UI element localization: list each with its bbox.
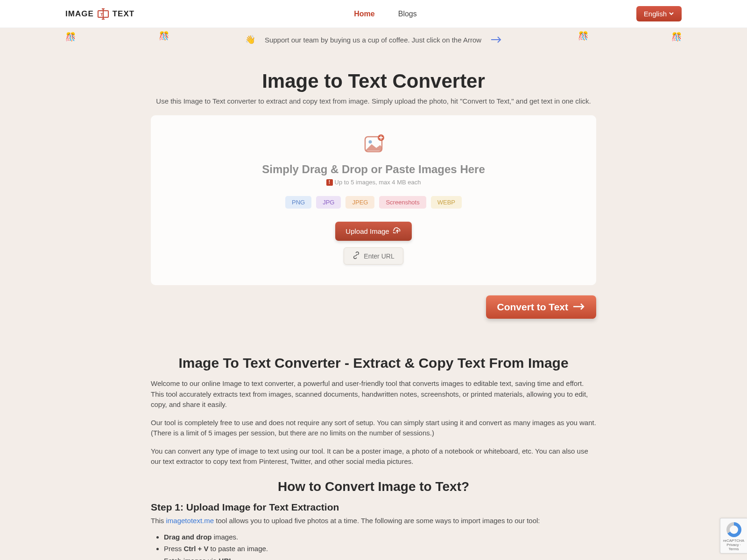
recaptcha-badge: reCAPTCHA Privacy · Terms [720, 518, 747, 553]
dropzone[interactable]: Simply Drag & Drop or Paste Images Here … [151, 115, 596, 285]
imagetotext-link[interactable]: imagetotext.me [166, 517, 214, 525]
step-1-prefix: This [151, 517, 166, 525]
enter-url-button[interactable]: Enter URL [344, 247, 403, 265]
step-1-suffix: tool allows you to upload five photos at… [214, 517, 540, 525]
limit-text: Up to 5 images, max 4 MB each [335, 179, 421, 186]
upload-label: Upload Image [345, 227, 389, 235]
page-title: Image to Text Converter [142, 70, 605, 92]
chip-jpg: JPG [316, 196, 341, 209]
info-section: Image To Text Converter - Extract & Copy… [142, 342, 605, 560]
list-item: Press Ctrl + V to paste an image. [164, 543, 596, 555]
recaptcha-terms-link[interactable]: Terms [729, 547, 739, 551]
banner-arrow-link[interactable] [491, 36, 502, 43]
url-label: Enter URL [364, 252, 394, 260]
confetti-icon: 🎊 [578, 31, 588, 41]
list-item: Fetch images via URL. [164, 555, 596, 560]
support-banner: 🎊 🎊 👋 Support our team by buying us a cu… [0, 28, 747, 51]
chip-jpeg: JPEG [345, 196, 374, 209]
language-label: English [644, 10, 667, 18]
step-1-title: Step 1: Upload Image for Text Extraction [151, 502, 596, 513]
language-select[interactable]: English [636, 6, 682, 21]
confetti-icon: 🎊 [671, 32, 682, 42]
recaptcha-brand: reCAPTCHA [722, 539, 745, 543]
dropzone-limit: ! Up to 5 images, max 4 MB each [160, 179, 587, 186]
info-paragraph: Our tool is completely free to use and d… [151, 418, 596, 439]
nav-blogs[interactable]: Blogs [398, 10, 417, 18]
chip-webp: WEBP [431, 196, 462, 209]
convert-label: Convert to Text [497, 301, 568, 313]
logo-text-right: TEXT [113, 9, 134, 19]
info-paragraph: You can convert any type of image to tex… [151, 446, 596, 467]
info-paragraph: Welcome to our online Image to text conv… [151, 378, 596, 410]
convert-to-text-button[interactable]: Convert to Text [486, 295, 596, 319]
alert-icon: ! [326, 179, 333, 186]
confetti-icon: 🎊 [159, 31, 169, 41]
dropzone-title: Simply Drag & Drop or Paste Images Here [160, 163, 587, 176]
nav-home[interactable]: Home [354, 10, 374, 18]
recaptcha-icon [726, 522, 741, 537]
upload-image-icon [160, 134, 587, 154]
page-subtitle: Use this Image to Text converter to extr… [142, 97, 605, 105]
recaptcha-privacy-link[interactable]: Privacy [726, 543, 739, 547]
header: IMAGE T TEXT Home Blogs English [0, 0, 747, 28]
converter-card: Image to Text Converter Use this Image t… [142, 58, 605, 333]
step-1-text: This imagetotext.me tool allows you to u… [151, 517, 596, 525]
banner-text: Support our team by buying us a cup of c… [265, 36, 481, 44]
svg-point-6 [369, 140, 372, 144]
svg-text:T: T [100, 12, 104, 17]
cloud-upload-icon [393, 227, 402, 236]
main-nav: Home Blogs [354, 10, 416, 18]
logo-text-left: IMAGE [65, 9, 94, 19]
wave-hand-icon: 👋 [245, 35, 255, 45]
how-to-title: How to Convert Image to Text? [151, 479, 596, 494]
link-icon [352, 252, 360, 260]
chip-png: PNG [285, 196, 311, 209]
logo-icon: T [97, 8, 110, 20]
confetti-icon: 🎊 [65, 32, 76, 42]
format-chips: PNG JPG JPEG Screenshots WEBP [160, 196, 587, 209]
list-item: Drag and drop images. [164, 531, 596, 543]
info-title: Image To Text Converter - Extract & Copy… [151, 355, 596, 371]
import-methods-list: Drag and drop images. Press Ctrl + V to … [164, 531, 596, 560]
chevron-down-icon [669, 10, 674, 18]
arrow-right-icon [573, 301, 585, 313]
upload-image-button[interactable]: Upload Image [335, 222, 411, 241]
logo[interactable]: IMAGE T TEXT [65, 8, 134, 20]
chip-screenshots: Screenshots [379, 196, 426, 209]
